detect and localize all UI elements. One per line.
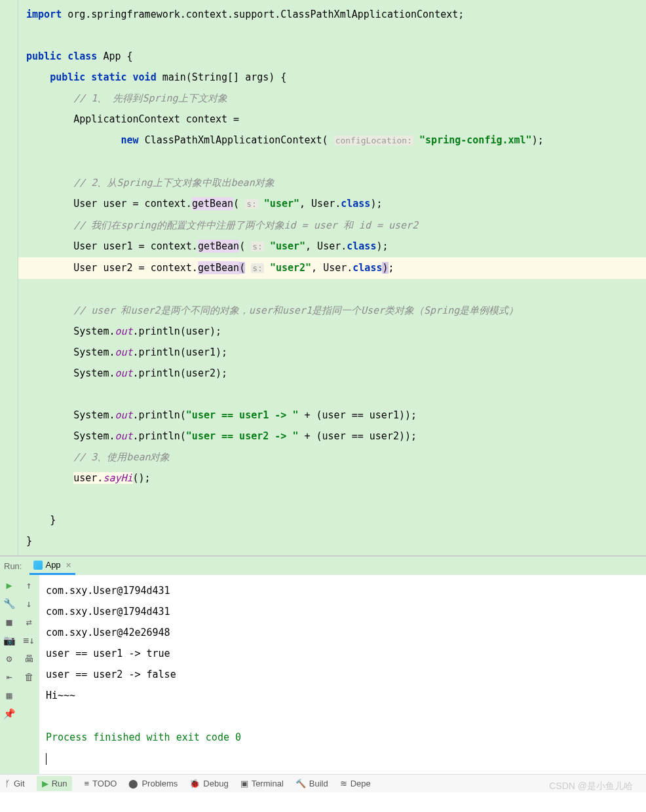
trash-icon[interactable]: 🗑 bbox=[24, 672, 34, 682]
app-icon bbox=[33, 561, 43, 570]
kw: class bbox=[67, 50, 97, 62]
punct: ); bbox=[532, 134, 544, 146]
punct: ( bbox=[239, 240, 245, 252]
terminal-tab[interactable]: ▣Terminal bbox=[240, 779, 284, 788]
param-hint: s: bbox=[251, 263, 264, 273]
label: Git bbox=[14, 779, 25, 788]
terminal-icon: ▣ bbox=[240, 779, 248, 788]
debug-tab[interactable]: 🐞Debug bbox=[189, 779, 228, 788]
brace: } bbox=[50, 514, 56, 526]
run-tab-bottom[interactable]: ▶Run bbox=[37, 776, 73, 791]
string: "user == user1 -> " bbox=[186, 409, 299, 421]
git-tab[interactable]: ᚶGit bbox=[5, 779, 25, 788]
down-arrow-icon[interactable]: ↓ bbox=[24, 599, 34, 609]
console-output[interactable]: com.sxy.User@1794d431 com.sxy.User@1794d… bbox=[39, 575, 646, 774]
punct: ); bbox=[376, 240, 388, 252]
close-icon[interactable]: × bbox=[66, 560, 71, 570]
camera-icon[interactable]: 📷 bbox=[4, 635, 14, 646]
stmt: .println(user2); bbox=[133, 367, 228, 379]
method-call: sayHi bbox=[103, 472, 132, 484]
stmt: User user = context. bbox=[73, 198, 192, 210]
warning-icon: ⬤ bbox=[128, 779, 138, 788]
branch-icon: ᚶ bbox=[5, 779, 10, 788]
code-editor[interactable]: import org.springframework.context.suppo… bbox=[0, 0, 646, 555]
build-tab[interactable]: 🔨Build bbox=[295, 779, 328, 788]
stmt: , User. bbox=[305, 240, 347, 252]
punct: ); bbox=[370, 198, 382, 210]
console-line: user == user2 -> false bbox=[46, 664, 639, 685]
tab-title: App bbox=[45, 560, 60, 570]
field: out bbox=[115, 346, 132, 358]
label: Problems bbox=[142, 779, 178, 788]
param-hint: configLocation: bbox=[334, 136, 413, 145]
run-toolbar-right: ↑ ↓ ⇄ ≡↓ 🖶 🗑 bbox=[18, 575, 39, 774]
label: Build bbox=[309, 779, 328, 788]
print-icon[interactable]: 🖶 bbox=[24, 654, 34, 664]
run-tab[interactable]: App × bbox=[29, 557, 75, 575]
label: Terminal bbox=[252, 779, 284, 788]
kw: void bbox=[133, 71, 157, 83]
label: Run bbox=[52, 779, 67, 788]
stmt: , User. bbox=[299, 198, 341, 210]
exit-icon[interactable]: ⇤ bbox=[4, 672, 14, 682]
stmt: .println(user); bbox=[133, 325, 221, 337]
console-line: user == user1 -> true bbox=[46, 643, 639, 664]
console-line: com.sxy.User@42e26948 bbox=[46, 622, 639, 643]
stmt: System. bbox=[73, 367, 115, 379]
string: "user" bbox=[264, 198, 299, 210]
scroll-icon[interactable]: ≡↓ bbox=[24, 635, 34, 646]
layout-icon[interactable]: ▦ bbox=[4, 690, 14, 701]
label: TODO bbox=[92, 779, 117, 788]
comment: // 3、使用bean对象 bbox=[73, 451, 170, 463]
punct: ( bbox=[233, 198, 239, 210]
string: "user2" bbox=[270, 262, 311, 274]
param-hint: s: bbox=[251, 242, 264, 251]
up-arrow-icon[interactable]: ↑ bbox=[24, 580, 34, 591]
cursor bbox=[46, 753, 47, 765]
todo-tab[interactable]: ≡TODO bbox=[84, 779, 117, 788]
method-call: getBean bbox=[198, 261, 239, 274]
field: out bbox=[115, 409, 132, 421]
wrap-icon[interactable]: ⇄ bbox=[24, 617, 34, 627]
stack-icon: ≋ bbox=[340, 779, 347, 788]
settings-icon[interactable]: ⚙ bbox=[4, 654, 14, 664]
comment: // user 和user2是两个不同的对象，user和user1是指同一个Us… bbox=[73, 304, 518, 316]
stmt: System. bbox=[73, 430, 115, 442]
run-label: Run: bbox=[4, 561, 22, 571]
run-header: Run: App × bbox=[0, 557, 646, 575]
exit-message: Process finished with exit code 0 bbox=[46, 727, 639, 748]
deps-tab[interactable]: ≋Depe bbox=[340, 779, 371, 788]
pin-icon[interactable]: 📌 bbox=[4, 709, 14, 719]
label: Debug bbox=[203, 779, 228, 788]
stmt: System. bbox=[73, 346, 115, 358]
console-line: com.sxy.User@1794d431 bbox=[46, 580, 639, 601]
field: out bbox=[115, 430, 132, 442]
kw: new bbox=[121, 134, 139, 146]
stmt: , User. bbox=[311, 262, 352, 274]
stmt: .println( bbox=[133, 430, 186, 442]
run-panel: Run: App × ▶ 🔧 ■ 📷 ⚙ ⇤ ▦ 📌 ↑ ↓ ⇄ ≡↓ 🖶 🗑 … bbox=[0, 555, 646, 774]
kw-import: import bbox=[26, 9, 62, 20]
stmt: + (user == user1)); bbox=[298, 409, 417, 421]
stop-icon[interactable]: ■ bbox=[4, 617, 14, 627]
stmt: System. bbox=[73, 325, 115, 337]
bug-icon: 🐞 bbox=[189, 779, 200, 788]
play-icon[interactable]: ▶ bbox=[4, 580, 14, 591]
gutter bbox=[0, 0, 18, 555]
play-icon: ▶ bbox=[42, 779, 48, 788]
class-decl: App { bbox=[103, 50, 132, 62]
punct: ( bbox=[239, 262, 245, 274]
console-line: com.sxy.User@1794d431 bbox=[46, 601, 639, 622]
stmt: System. bbox=[73, 409, 115, 421]
string: "user == user2 -> " bbox=[186, 430, 299, 442]
kw: class bbox=[352, 262, 382, 274]
problems-tab[interactable]: ⬤Problems bbox=[128, 779, 178, 788]
param-hint: s: bbox=[245, 199, 258, 209]
comment: // 我们在spring的配置文件中注册了两个对象id = user 和 id … bbox=[73, 219, 418, 231]
ctor: ClassPathXmlApplicationContext( bbox=[145, 134, 328, 146]
method-sig: main(String[] args) { bbox=[162, 71, 287, 83]
code-area: import org.springframework.context.suppo… bbox=[18, 4, 646, 551]
kw: public bbox=[26, 50, 62, 62]
wrench-icon[interactable]: 🔧 bbox=[4, 599, 14, 609]
comment: // 2、从Spring上下文对象中取出bean对象 bbox=[73, 177, 274, 189]
